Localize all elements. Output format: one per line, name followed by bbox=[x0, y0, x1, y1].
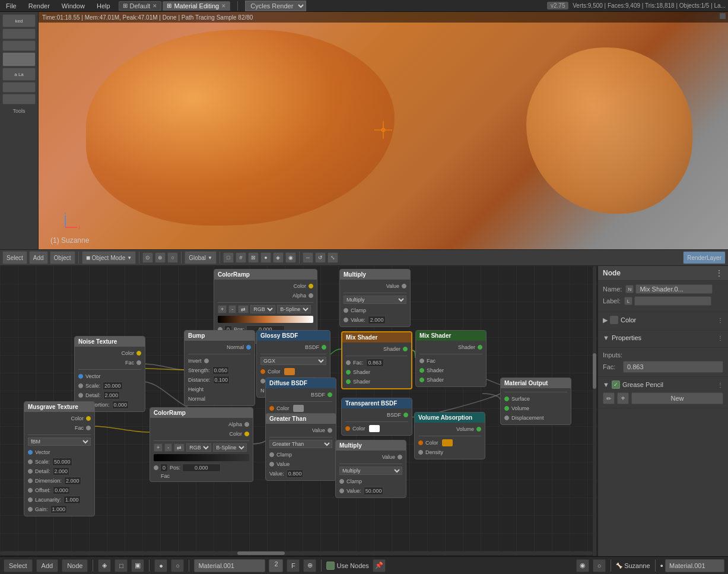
tool-f[interactable] bbox=[2, 82, 36, 93]
gp-triangle: ▼ bbox=[603, 381, 609, 388]
toolbar-select[interactable]: Select bbox=[2, 251, 27, 264]
gp-add-icon[interactable]: + bbox=[617, 392, 629, 404]
icon-uv-editor[interactable]: □ bbox=[115, 559, 128, 572]
toolbar-mode[interactable]: ◼ Object Mode ▼ bbox=[82, 251, 136, 264]
select-cr1-interp[interactable]: B-Spline bbox=[277, 305, 311, 313]
socket-mul2-out bbox=[398, 455, 402, 459]
node-musgrave[interactable]: Musgrave Texture Color Fac fBM Vector bbox=[24, 401, 95, 516]
menu-render[interactable]: Render bbox=[25, 2, 53, 9]
tool-e[interactable]: a La bbox=[2, 68, 36, 81]
menu-file[interactable]: File bbox=[2, 2, 20, 9]
render-engine-select[interactable]: Cycles Render bbox=[245, 1, 306, 11]
tab-material-editing[interactable]: ⊞ Material Editing ✕ bbox=[163, 1, 230, 11]
name-input[interactable] bbox=[635, 284, 713, 294]
node-multiply-2[interactable]: Multiply Value Multiply Clamp Value: 5 bbox=[335, 440, 406, 498]
tool-select[interactable]: ked bbox=[2, 14, 36, 27]
select-cr2-interp[interactable]: B-Spline bbox=[213, 443, 247, 452]
toolbar-add[interactable]: Add bbox=[29, 251, 48, 264]
node-mix-shader-2[interactable]: Mix Shader Shader Fac Shader Shader bbox=[415, 330, 487, 387]
label-input[interactable] bbox=[634, 296, 711, 306]
gt-clamp: Clamp bbox=[269, 451, 332, 459]
scrollbar-horizontal[interactable] bbox=[0, 551, 593, 555]
node-material-output[interactable]: Material Output Surface Volume Displacem… bbox=[500, 378, 571, 425]
bottom-add[interactable]: Add bbox=[36, 559, 59, 572]
icon-pin[interactable]: 📌 bbox=[373, 559, 386, 572]
node-transparent-bsdf[interactable]: Transparent BSDF BSDF Color bbox=[341, 398, 412, 436]
node-mix-shader-1[interactable]: Mix Shader Shader Fac: 0.863 Shader bbox=[341, 331, 412, 389]
select-cr1-mode[interactable]: RGB bbox=[250, 305, 275, 313]
icon-grid[interactable]: # bbox=[236, 252, 246, 263]
btn-cr1-flip[interactable]: ⇄ bbox=[238, 305, 249, 313]
btn-cr1-add[interactable]: + bbox=[218, 305, 227, 313]
menu-window[interactable]: Window bbox=[58, 2, 88, 9]
icon-type-r[interactable]: ○ bbox=[593, 559, 606, 572]
tab-material-editing-close[interactable]: ✕ bbox=[221, 3, 226, 9]
icon-solid[interactable]: ● bbox=[260, 252, 271, 263]
icon-scale[interactable]: ⤡ bbox=[328, 252, 338, 263]
icon-link[interactable]: ⊕ bbox=[303, 559, 316, 572]
icon-proportional[interactable]: ○ bbox=[167, 252, 178, 263]
icon-render-preview[interactable]: ◉ bbox=[285, 252, 296, 263]
tool-g[interactable] bbox=[2, 94, 36, 104]
select-musgrave-type[interactable]: fBM bbox=[28, 437, 91, 446]
gp-new-button[interactable]: New bbox=[631, 392, 723, 404]
fac-input[interactable]: 0.863 bbox=[623, 361, 723, 373]
icon-rotate[interactable]: ↺ bbox=[315, 252, 326, 263]
icon-image-editor[interactable]: ▣ bbox=[131, 559, 144, 572]
render-close[interactable] bbox=[720, 13, 726, 19]
bottom-select[interactable]: Select bbox=[4, 559, 33, 572]
gp-checkbox[interactable]: ✓ bbox=[612, 380, 620, 389]
node-colorramp-1-header: ColorRamp bbox=[214, 269, 317, 280]
name-input-group: N bbox=[625, 284, 723, 294]
node-noise-texture[interactable]: Noise Texture Color Fac Vector Scale: bbox=[74, 336, 145, 412]
select-multiply-1-type[interactable]: Multiply bbox=[344, 296, 406, 304]
tab-default-close[interactable]: ✕ bbox=[152, 3, 157, 9]
toolbar-object[interactable]: Object bbox=[50, 251, 75, 264]
scrollbar-thumb[interactable] bbox=[593, 353, 596, 389]
material-name-field[interactable] bbox=[194, 559, 265, 572]
scrollbar-h-thumb[interactable] bbox=[237, 551, 285, 555]
tool-d[interactable] bbox=[2, 52, 36, 66]
tool-b[interactable] bbox=[2, 28, 36, 39]
select-multiply-2-type[interactable]: Multiply bbox=[339, 467, 402, 475]
icon-sphere-type[interactable]: ● bbox=[154, 559, 167, 572]
properties-section-header[interactable]: ▼ Properties ⋮ bbox=[603, 334, 723, 341]
btn-cr2-add[interactable]: + bbox=[154, 443, 163, 452]
bottom-node[interactable]: Node bbox=[62, 559, 88, 572]
icon-fake-user[interactable]: F bbox=[287, 559, 300, 572]
icon-pivot[interactable]: ⊙ bbox=[142, 252, 153, 263]
toolbar-renderlayer[interactable]: RenderLayer bbox=[683, 251, 726, 264]
node-volume-absorption[interactable]: Volume Absorption Volume Color Density bbox=[414, 412, 485, 459]
node-editor-canvas[interactable]: ColorRamp Color Alpha + - ⇄ RGB bbox=[0, 266, 597, 556]
color-section-header[interactable]: ▶ Color ⋮ bbox=[603, 316, 723, 324]
select-gt-type[interactable]: Greater Than bbox=[269, 440, 332, 448]
menu-help[interactable]: Help bbox=[93, 2, 114, 9]
toolbar-global[interactable]: Global ▼ bbox=[185, 251, 217, 264]
node-bump[interactable]: Bump Normal Invert Strength: 0.050 Dista… bbox=[184, 330, 255, 406]
icon-node-editor[interactable]: ◈ bbox=[98, 559, 111, 572]
tab-default[interactable]: ⊞ Default ✕ bbox=[119, 1, 162, 11]
node-greater-than[interactable]: Greater Than Value Greater Than Clamp Va… bbox=[265, 413, 336, 481]
btn-cr2-flip[interactable]: ⇄ bbox=[174, 443, 185, 452]
scrollbar-vertical[interactable] bbox=[593, 266, 596, 556]
noise-vec-in: Vector bbox=[78, 372, 141, 380]
btn-cr1-remove[interactable]: - bbox=[228, 305, 236, 313]
tool-c[interactable] bbox=[2, 40, 36, 51]
socket-mix2-out bbox=[478, 345, 482, 350]
use-nodes-checkbox[interactable] bbox=[326, 562, 335, 570]
icon-wire[interactable]: ⊠ bbox=[248, 252, 259, 263]
select-glossy-dist[interactable]: GGX bbox=[260, 357, 326, 365]
icon-mode-r[interactable]: ◉ bbox=[576, 559, 589, 572]
node-colorramp-2[interactable]: ColorRamp Alpha Color + - ⇄ RGB bbox=[150, 407, 253, 482]
socket-volab-density bbox=[418, 450, 423, 455]
icon-snap[interactable]: ⊕ bbox=[155, 252, 166, 263]
icon-bottom-cam[interactable]: ○ bbox=[171, 559, 184, 572]
node-multiply-1[interactable]: Multiply Value Multiply Clamp Value: 2 bbox=[339, 269, 411, 327]
btn-cr2-remove[interactable]: - bbox=[164, 443, 172, 452]
select-cr2-mode[interactable]: RGB bbox=[186, 443, 211, 452]
icon-ortho[interactable]: □ bbox=[223, 252, 234, 263]
gp-pencil-icon[interactable]: ✏ bbox=[603, 392, 615, 404]
material-slot-field[interactable] bbox=[665, 559, 724, 572]
icon-transform[interactable]: ↔ bbox=[303, 252, 313, 263]
icon-texture[interactable]: ◈ bbox=[273, 252, 284, 263]
